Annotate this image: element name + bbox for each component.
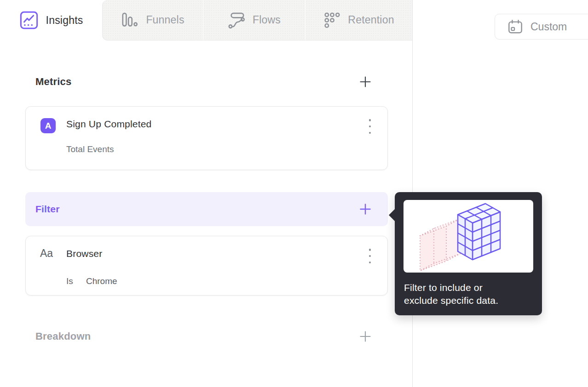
- string-property-icon: Aa: [40, 247, 53, 260]
- metric-event-name: Sign Up Completed: [66, 119, 152, 130]
- tab-insights[interactable]: Insights: [0, 0, 102, 40]
- filter-section-header[interactable]: Filter: [25, 192, 388, 226]
- tooltip-caption-line2: exclude specific data.: [404, 294, 524, 307]
- filter-title: Filter: [35, 204, 60, 215]
- tooltip-caption-line1: Filter to include or: [404, 281, 524, 294]
- tab-funnels[interactable]: Funnels: [102, 0, 203, 40]
- tab-insights-label: Insights: [46, 14, 83, 27]
- funnels-bars-icon: [121, 11, 138, 29]
- retention-grid-icon: [324, 12, 340, 28]
- filter-cube-illustration: [404, 200, 533, 273]
- insights-chart-icon: [19, 11, 39, 30]
- filter-operator[interactable]: Is: [66, 276, 73, 286]
- add-breakdown-button[interactable]: [359, 330, 371, 342]
- filter-help-tooltip: Filter to include or exclude specific da…: [395, 192, 542, 315]
- add-metric-button[interactable]: [359, 76, 371, 88]
- breakdown-title: Breakdown: [35, 330, 91, 342]
- filter-value[interactable]: Chrome: [86, 276, 117, 286]
- date-range-label: Custom: [530, 21, 567, 33]
- add-filter-button[interactable]: [359, 203, 371, 215]
- tab-retention[interactable]: Retention: [305, 0, 413, 40]
- metric-card-sign-up-completed[interactable]: A Sign Up Completed Total Events: [25, 106, 388, 170]
- breakdown-section-header: Breakdown: [25, 327, 388, 346]
- metric-options-button[interactable]: [367, 119, 373, 134]
- date-range-custom-button[interactable]: Custom: [495, 14, 588, 40]
- filter-property-name: Browser: [66, 248, 102, 259]
- tab-funnels-label: Funnels: [146, 14, 184, 26]
- tooltip-caption: Filter to include or exclude specific da…: [404, 281, 524, 307]
- tab-retention-label: Retention: [348, 14, 394, 26]
- tab-flows[interactable]: Flows: [203, 0, 305, 40]
- flows-wave-icon: [228, 11, 245, 29]
- filter-options-button[interactable]: [367, 249, 373, 263]
- metric-series-badge: A: [40, 118, 56, 133]
- insights-report-builder: Insights Funnels Flows Retention: [0, 0, 588, 387]
- tab-flows-label: Flows: [253, 14, 281, 26]
- metric-aggregation[interactable]: Total Events: [66, 144, 114, 154]
- calendar-icon: [507, 19, 523, 34]
- metrics-title: Metrics: [35, 76, 71, 88]
- metrics-section-header: Metrics: [25, 73, 388, 91]
- filter-card-browser[interactable]: Aa Browser Is Chrome: [25, 236, 388, 296]
- tooltip-arrow: [389, 209, 395, 222]
